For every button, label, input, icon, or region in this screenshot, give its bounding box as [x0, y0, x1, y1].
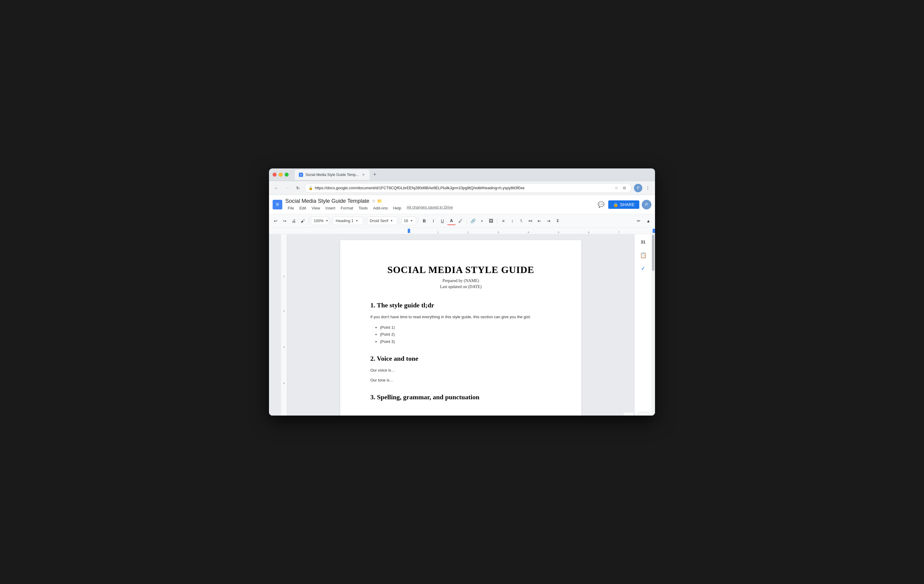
docs-logo-icon: ≡ [276, 201, 279, 207]
forward-button[interactable]: → [283, 184, 291, 192]
zoom-dropdown[interactable]: 100% ▼ [311, 217, 329, 225]
list-item: (Point 1) [380, 324, 551, 331]
new-tab-button[interactable]: + [371, 171, 379, 179]
indent-decrease-button[interactable]: ⇤ [535, 217, 544, 225]
minimize-button[interactable] [279, 173, 282, 177]
share-button[interactable]: 🔒 SHARE [608, 201, 639, 209]
layers-icon[interactable]: ⧉ [621, 185, 627, 191]
link-button[interactable]: 🔗 [469, 217, 477, 225]
document-subtitle2: Last updated on (DATE) [370, 285, 551, 289]
section-1-body: If you don't have time to read everythin… [370, 314, 551, 320]
bold-button[interactable]: B [420, 217, 429, 225]
user-avatar[interactable]: P [634, 184, 642, 192]
scrollbar[interactable] [652, 234, 655, 416]
right-margin-indicator[interactable] [653, 229, 655, 233]
margin-num-1: 1 [283, 275, 285, 278]
docs-header: ≡ Social Media Style Guide Template ☆ 📁 … [269, 195, 655, 214]
section-3-heading: 3. Spelling, grammar, and punctuation [370, 393, 551, 401]
collapse-toolbar-button[interactable]: ▲ [644, 217, 653, 225]
list-item: (Point 3) [380, 338, 551, 345]
underline-button[interactable]: U [438, 217, 447, 225]
italic-button[interactable]: I [429, 217, 437, 225]
docs-toolbar: ↩ ↪ 🖨 🖌 100% ▼ Heading 1 ▼ Droid Serif ▼… [269, 214, 655, 227]
ruler-mark-3: 3 [497, 231, 499, 234]
indent-increase-button[interactable]: ⇥ [544, 217, 553, 225]
page-title-block: SOCIAL MEDIA STYLE GUIDE Prepared by (NA… [370, 264, 551, 289]
undo-button[interactable]: ↩ [271, 217, 280, 225]
back-button[interactable]: ← [272, 184, 280, 192]
tasks-sidebar-button[interactable]: ✓ [638, 263, 648, 274]
toolbar-sep-2 [331, 218, 331, 224]
style-dropdown[interactable]: Heading 1 ▼ [333, 217, 363, 225]
section-1-heading: 1. The style guide tl;dr [370, 301, 551, 309]
address-box[interactable]: 🔒 https://docs.google.com/document/d/1FC… [305, 183, 632, 193]
menu-addons[interactable]: Add-ons [371, 205, 390, 211]
left-margin-indicator[interactable] [408, 229, 410, 233]
notes-sidebar-button[interactable]: 📋 [638, 250, 648, 261]
menu-file[interactable]: File [285, 205, 297, 211]
star-icon[interactable]: ☆ [372, 199, 376, 203]
toolbar-right-tools: ✏ ▲ [635, 217, 653, 225]
menu-format[interactable]: Format [338, 205, 356, 211]
add-corner-button[interactable]: + [623, 412, 634, 416]
print-button[interactable]: 🖨 [289, 217, 298, 225]
ruler-mark-1: 1 [437, 231, 439, 234]
docs-chrome: ≡ Social Media Style Guide Template ☆ 📁 … [269, 195, 655, 416]
browser-window: ≡ Social Media Style Guide Temp... ✕ + ←… [269, 168, 655, 416]
style-chevron: ▼ [355, 219, 358, 222]
font-dropdown[interactable]: Droid Serif ▼ [367, 217, 397, 225]
docs-header-right: 💬 🔒 SHARE P [596, 200, 652, 209]
expand-corner-button[interactable]: › [638, 412, 649, 416]
image-button[interactable]: 🖼 [487, 217, 495, 225]
document-page[interactable]: SOCIAL MEDIA STYLE GUIDE Prepared by (NA… [340, 240, 581, 416]
scrollbar-thumb[interactable] [652, 235, 654, 271]
clear-format-button[interactable]: T̶ [553, 217, 562, 225]
titlebar: ≡ Social Media Style Guide Temp... ✕ + [269, 168, 655, 181]
autosave-status: All changes saved in Drive [407, 205, 453, 211]
menu-insert[interactable]: Insert [323, 205, 338, 211]
docs-title-row: Social Media Style Guide Template ☆ 📁 [285, 198, 596, 204]
align-button[interactable]: ≡ [499, 217, 508, 225]
line-spacing-button[interactable]: ↕ [508, 217, 516, 225]
tab-area: ≡ Social Media Style Guide Temp... ✕ + [295, 169, 652, 180]
address-right-icons: ☆ ⧉ [613, 185, 627, 191]
font-size-chevron: ▼ [410, 219, 413, 222]
menu-edit[interactable]: Edit [297, 205, 309, 211]
section-2-body1: Our voice is… [370, 367, 551, 373]
redo-button[interactable]: ↪ [280, 217, 289, 225]
paintformat-button[interactable]: 🖌 [299, 217, 307, 225]
lock-icon: 🔒 [309, 186, 313, 190]
folder-icon[interactable]: 📁 [377, 199, 382, 203]
section-3: 3. Spelling, grammar, and punctuation [370, 393, 551, 401]
docs-document-title[interactable]: Social Media Style Guide Template [285, 198, 370, 204]
margin-num-4: 4 [283, 382, 285, 385]
toolbar-sep-6 [467, 218, 467, 224]
bullet-list-button[interactable]: •≡ [526, 217, 535, 225]
highlight-button[interactable]: 🖊 [456, 217, 465, 225]
font-value: Droid Serif [370, 219, 388, 223]
section-2-heading: 2. Voice and tone [370, 355, 551, 362]
ruler-mark-2: 2 [467, 231, 469, 234]
maximize-button[interactable] [285, 173, 289, 177]
menu-view[interactable]: View [309, 205, 322, 211]
bookmark-icon[interactable]: ☆ [613, 185, 620, 191]
pencil-button[interactable]: ✏ [635, 217, 643, 225]
menu-help[interactable]: Help [391, 205, 404, 211]
comment-button[interactable]: 💬 [596, 200, 606, 209]
calendar-sidebar-button[interactable]: 31 [638, 237, 648, 247]
text-color-button[interactable]: A [447, 217, 455, 225]
tab-close-button[interactable]: ✕ [361, 173, 366, 177]
close-button[interactable] [272, 173, 277, 177]
menu-tools[interactable]: Tools [356, 205, 370, 211]
numbered-list-button[interactable]: ⒈ [517, 217, 526, 225]
insert-image-button[interactable]: + [478, 217, 486, 225]
active-tab[interactable]: ≡ Social Media Style Guide Temp... ✕ [295, 169, 370, 180]
addressbar: ← → ↻ 🔒 https://docs.google.com/document… [269, 181, 655, 195]
font-size-dropdown[interactable]: 16 ▼ [401, 217, 416, 225]
refresh-button[interactable]: ↻ [294, 184, 302, 192]
menu-button[interactable]: ⋮ [644, 184, 652, 192]
docs-menu: File Edit View Insert Format Tools Add-o… [285, 205, 596, 211]
docs-user-avatar[interactable]: P [642, 200, 652, 209]
page-content-area[interactable]: SOCIAL MEDIA STYLE GUIDE Prepared by (NA… [287, 234, 635, 416]
docs-right-sidebar: 31 📋 ✓ [635, 234, 652, 416]
